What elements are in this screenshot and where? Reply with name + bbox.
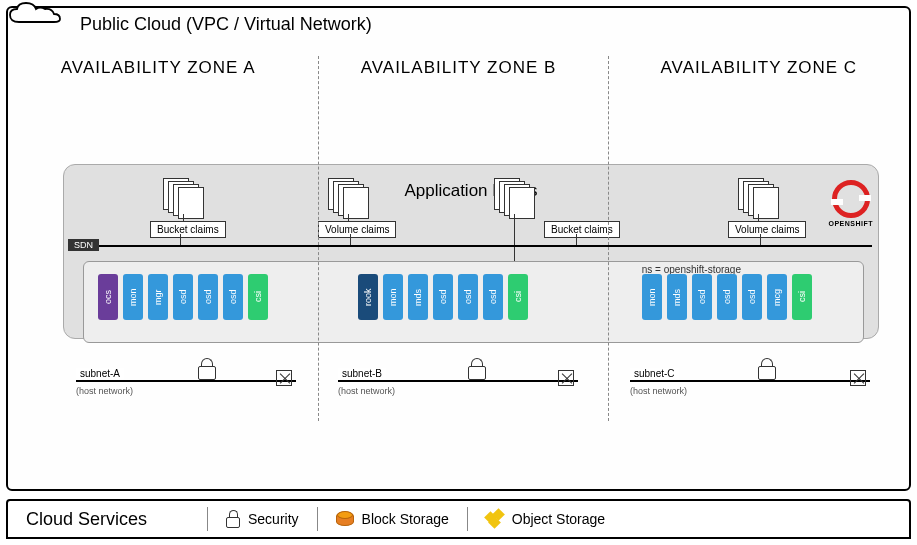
object-storage-label: Object Storage <box>512 511 605 527</box>
az-row: AVAILABILITY ZONE A AVAILABILITY ZONE B … <box>8 58 909 88</box>
pod-ocs: ocs <box>98 274 118 320</box>
pod-group-c: mon mds osd osd osd mcg csi <box>642 274 812 328</box>
lock-icon <box>226 510 240 528</box>
openshift-label: OPENSHIFT <box>828 220 873 227</box>
pods-icon-a <box>163 178 207 216</box>
network-line-c <box>630 380 870 382</box>
pod-mgr: mgr <box>148 274 168 320</box>
disk-icon <box>336 512 354 526</box>
pod-csi: csi <box>508 274 528 320</box>
sdn-line <box>68 245 872 247</box>
pod-csi: csi <box>248 274 268 320</box>
pods-icon-b2 <box>494 178 538 216</box>
pod-osd: osd <box>173 274 193 320</box>
legend-object-storage: Object Storage <box>468 507 623 531</box>
az-a-label: AVAILABILITY ZONE A <box>8 58 308 88</box>
pod-osd: osd <box>458 274 478 320</box>
legend-footer: Cloud Services Security Block Storage Ob… <box>6 499 911 539</box>
pod-csi: csi <box>792 274 812 320</box>
cloud-services-label: Cloud Services <box>8 507 208 531</box>
lock-icon <box>198 358 216 380</box>
scale-icon <box>850 370 866 386</box>
claim-c: Volume claims <box>728 221 806 238</box>
zone-divider-1 <box>318 56 319 421</box>
sdn-label: SDN <box>68 239 99 251</box>
pod-mon: mon <box>123 274 143 320</box>
object-storage-icon <box>486 510 504 528</box>
vpc-container: Public Cloud (VPC / Virtual Network) AVA… <box>6 6 911 491</box>
pods-icon-b1 <box>328 178 372 216</box>
pod-osd: osd <box>717 274 737 320</box>
vpc-title: Public Cloud (VPC / Virtual Network) <box>80 14 372 35</box>
lock-icon <box>468 358 486 380</box>
security-label: Security <box>248 511 299 527</box>
subnet-a-label: subnet-A <box>76 368 124 379</box>
block-storage-label: Block Storage <box>362 511 449 527</box>
subnet-b-label: subnet-B <box>338 368 386 379</box>
lock-icon <box>758 358 776 380</box>
claim-b1: Volume claims <box>318 221 396 238</box>
pod-mon: mon <box>642 274 662 320</box>
openshift-logo: OPENSHIFT <box>828 180 873 227</box>
legend-block-storage: Block Storage <box>318 507 468 531</box>
pod-group-b: rook mon mds osd osd osd csi <box>358 274 528 328</box>
connector <box>576 234 577 245</box>
pod-osd: osd <box>198 274 218 320</box>
az-b-label: AVAILABILITY ZONE B <box>308 58 608 88</box>
scale-icon <box>558 370 574 386</box>
scale-icon <box>276 370 292 386</box>
pod-mon: mon <box>383 274 403 320</box>
hostnet-c: (host network) <box>630 386 687 396</box>
network-line-a <box>76 380 296 382</box>
pod-osd: osd <box>483 274 503 320</box>
pods-icon-c <box>738 178 782 216</box>
subnet-c-label: subnet-C <box>630 368 679 379</box>
connector <box>760 234 761 245</box>
legend-security: Security <box>208 507 318 531</box>
connector <box>180 234 181 245</box>
pod-mds: mds <box>667 274 687 320</box>
pod-rook: rook <box>358 274 378 320</box>
pod-group-a: ocs mon mgr osd osd osd csi <box>98 274 268 328</box>
cloud-icon <box>4 0 64 28</box>
hostnet-b: (host network) <box>338 386 395 396</box>
pod-mcg: mcg <box>767 274 787 320</box>
connector <box>350 234 351 245</box>
claim-a: Bucket claims <box>150 221 226 238</box>
pod-osd: osd <box>433 274 453 320</box>
az-c-label: AVAILABILITY ZONE C <box>609 58 909 88</box>
hostnet-a: (host network) <box>76 386 133 396</box>
pod-osd: osd <box>223 274 243 320</box>
zone-divider-2 <box>608 56 609 421</box>
network-line-b <box>338 380 578 382</box>
pod-osd: osd <box>692 274 712 320</box>
pod-mds: mds <box>408 274 428 320</box>
pod-osd: osd <box>742 274 762 320</box>
